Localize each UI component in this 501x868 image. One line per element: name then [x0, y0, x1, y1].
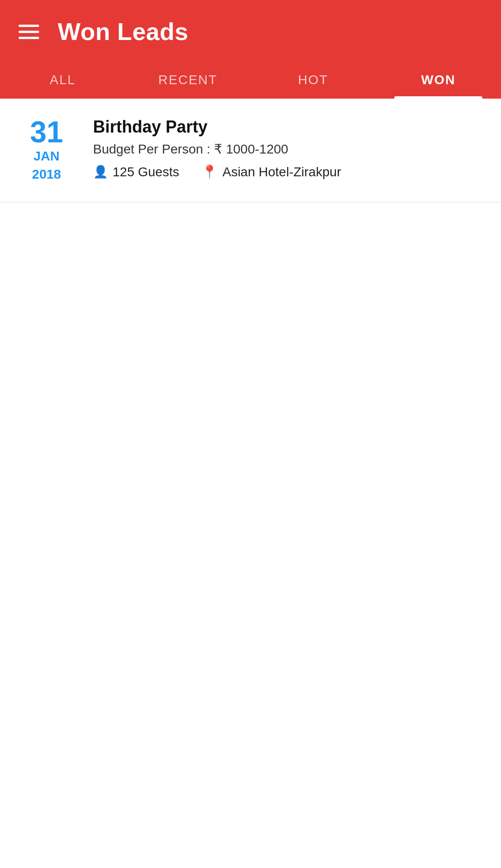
location-pin-icon: 📍: [201, 164, 218, 180]
tab-won[interactable]: WON: [376, 60, 501, 99]
lead-info: Birthday Party Budget Per Person : ₹ 100…: [93, 117, 482, 180]
tab-all[interactable]: ALL: [0, 60, 125, 99]
tab-bar: ALL RECENT HOT WON: [0, 60, 501, 99]
lead-guests: 👤 125 Guests: [93, 165, 179, 180]
tab-hot[interactable]: HOT: [251, 60, 376, 99]
lead-date-year: 2018: [19, 165, 74, 183]
lead-date-day: 31: [19, 117, 74, 147]
hamburger-line-2: [19, 31, 39, 33]
header-top-bar: Won Leads: [0, 0, 501, 60]
lead-meta: 👤 125 Guests 📍 Asian Hotel-Zirakpur: [93, 164, 482, 180]
page-title: Won Leads: [58, 18, 188, 46]
lead-item[interactable]: 31 JAN 2018 Birthday Party Budget Per Pe…: [0, 99, 501, 202]
person-icon: 👤: [93, 165, 108, 179]
hamburger-menu-button[interactable]: [19, 25, 39, 39]
app-header: Won Leads ALL RECENT HOT WON: [0, 0, 501, 99]
leads-list: 31 JAN 2018 Birthday Party Budget Per Pe…: [0, 99, 501, 202]
lead-budget: Budget Per Person : ₹ 1000-1200: [93, 141, 482, 157]
lead-location: 📍 Asian Hotel-Zirakpur: [201, 164, 341, 180]
lead-date-month: JAN: [19, 147, 74, 165]
lead-date: 31 JAN 2018: [19, 117, 74, 183]
hamburger-line-3: [19, 37, 39, 39]
lead-title: Birthday Party: [93, 117, 482, 137]
hamburger-line-1: [19, 25, 39, 27]
tab-recent[interactable]: RECENT: [125, 60, 250, 99]
